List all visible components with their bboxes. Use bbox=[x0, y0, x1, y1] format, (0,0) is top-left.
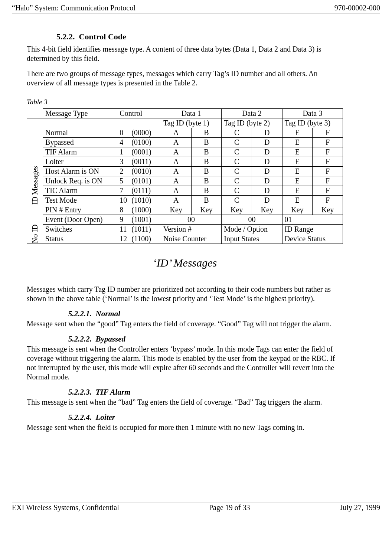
table-row: Host Alarm is ON 2(0010) AB CD EF bbox=[27, 167, 343, 176]
subsection-tif: 5.2.2.3. TIF Alarm bbox=[68, 388, 343, 397]
subsection-normal-body: Message sent when the “good” Tag enters … bbox=[27, 319, 343, 329]
subsection-normal: 5.2.2.1. Normal bbox=[68, 309, 343, 319]
tag-id-byte2: Tag ID (byte 2) bbox=[222, 118, 282, 128]
table-row: Test Mode 10(1010) AB CD EF bbox=[27, 196, 343, 205]
content: 5.2.2. Control Code This 4-bit field ide… bbox=[27, 32, 343, 432]
table-header-row: Message Type Control Data 1 Data 2 Data … bbox=[27, 109, 343, 118]
col-data1: Data 1 bbox=[161, 109, 221, 118]
footer-left: EXI Wireless Systems, Confidential bbox=[12, 503, 119, 512]
section-para-1: This 4-bit field identifies message type… bbox=[27, 45, 343, 63]
table-row: Loiter 3(0011) AB CD EF bbox=[27, 157, 343, 167]
page: “Halo” System: Communication Protocol 97… bbox=[0, 0, 392, 516]
header-left: “Halo” System: Communication Protocol bbox=[12, 4, 135, 12]
table-row: No ID PIN # Entry 8(1000) KeyKey KeyKey … bbox=[27, 205, 343, 215]
table-row: Event (Door Open) 9(1001) 00 00 01 bbox=[27, 215, 343, 225]
subsection-loiter-body: Message sent when the field is occupied … bbox=[27, 423, 343, 432]
table-subheader-row: Tag ID (byte 1) Tag ID (byte 2) Tag ID (… bbox=[27, 118, 343, 128]
tag-id-byte1: Tag ID (byte 1) bbox=[161, 118, 221, 128]
col-data2: Data 2 bbox=[222, 109, 282, 118]
table-row: Switches 11(1011) Version # Mode / Optio… bbox=[27, 225, 343, 234]
subsection-tif-body: This message is sent when the “bad” Tag … bbox=[27, 398, 343, 407]
msg-name: Normal bbox=[43, 128, 117, 138]
table-caption: Table 3 bbox=[27, 98, 343, 106]
col-control: Control bbox=[117, 109, 161, 118]
section-para-2: There are two groups of message types, m… bbox=[27, 69, 343, 88]
subsection-bypassed: 5.2.2.2. Bypassed bbox=[68, 334, 343, 344]
col-data3: Data 3 bbox=[282, 109, 343, 118]
tag-id-byte3: Tag ID (byte 3) bbox=[282, 118, 343, 128]
control-code: 0(0000) bbox=[117, 128, 161, 138]
page-header: “Halo” System: Communication Protocol 97… bbox=[12, 4, 380, 13]
group-id-messages: ID Messages bbox=[27, 128, 43, 205]
footer-center: Page 19 of 33 bbox=[209, 503, 250, 512]
table-row: Bypassed 4(0100) AB CD EF bbox=[27, 138, 343, 147]
table-row: Unlock Req. is ON 5(0101) AB CD EF bbox=[27, 176, 343, 186]
section-522-heading: 5.2.2. Control Code bbox=[56, 32, 343, 42]
table-row: TIF Alarm 1(0001) AB CD EF bbox=[27, 147, 343, 157]
id-messages-heading: ‘ID’ Messages bbox=[27, 257, 343, 269]
id-messages-para: Messages which carry Tag ID number are p… bbox=[27, 285, 343, 303]
message-type-table: Message Type Control Data 1 Data 2 Data … bbox=[27, 108, 343, 244]
table-row: TIC Alarm 7(0111) AB CD EF bbox=[27, 186, 343, 196]
page-footer: EXI Wireless Systems, Confidential Page … bbox=[12, 503, 380, 512]
table-row: ID Messages Normal 0(0000) AB CD EF bbox=[27, 128, 343, 138]
footer-right: July 27, 1999 bbox=[340, 503, 380, 512]
subsection-loiter: 5.2.2.4. Loiter bbox=[68, 413, 343, 422]
header-right: 970-00002-000 bbox=[334, 4, 380, 12]
section-number: 5.2.2. bbox=[56, 32, 75, 41]
subsection-bypassed-body: This message is sent when the Controller… bbox=[27, 345, 343, 382]
col-message-type: Message Type bbox=[43, 109, 117, 118]
group-no-id: No ID bbox=[27, 205, 43, 244]
table-row: Status 12(1100) Noise Counter Input Stat… bbox=[27, 234, 343, 244]
section-title: Control Code bbox=[79, 32, 126, 41]
